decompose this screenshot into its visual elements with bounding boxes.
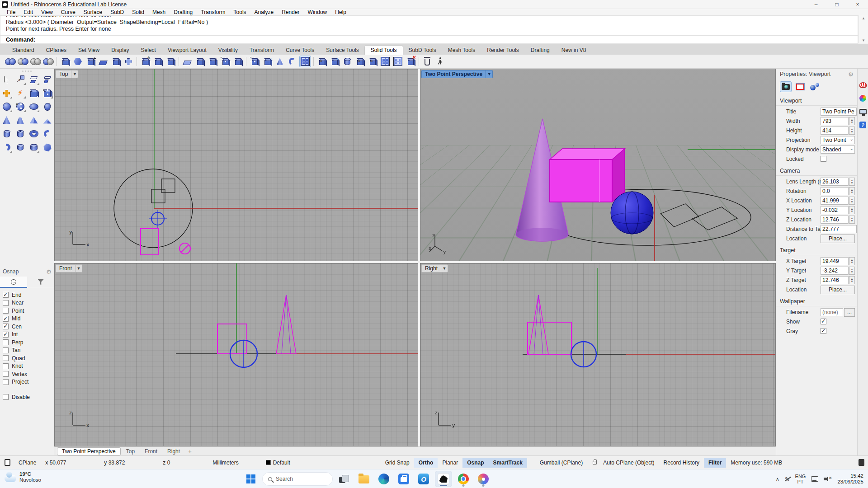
menu-mesh[interactable]: Mesh	[148, 9, 170, 15]
lens-length-field[interactable]: 26.103	[821, 178, 849, 186]
pen-disabled-icon[interactable]: ✎	[785, 476, 790, 483]
clock-widget[interactable]: 15:42 23/09/2025	[837, 473, 863, 485]
checkbox[interactable]	[3, 347, 9, 353]
checkbox[interactable]	[3, 300, 9, 306]
projection-dropdown[interactable]: Two Point	[821, 136, 855, 144]
parallelogram-curve[interactable]	[660, 204, 699, 227]
z-location-field[interactable]: 12.746	[821, 216, 849, 224]
filter-toggle[interactable]: Filter	[704, 458, 726, 468]
move-point-icon[interactable]	[14, 73, 27, 86]
x-location-field[interactable]: 41.999	[821, 197, 849, 205]
x-target-field[interactable]: 19.449	[821, 257, 849, 265]
rotation-field[interactable]: 0.0	[821, 187, 849, 195]
extract-surface-icon[interactable]: ▸	[85, 56, 96, 67]
spinner[interactable]: ▲▼	[849, 197, 855, 205]
box-points-icon[interactable]	[41, 87, 54, 99]
front-view-canvas[interactable]: zx	[55, 263, 418, 446]
square-curve[interactable]	[151, 189, 165, 203]
delete-hole-icon[interactable]: ✕	[405, 56, 416, 67]
touch-keyboard-icon[interactable]	[811, 476, 818, 482]
chrome-button[interactable]	[455, 471, 472, 487]
osnap-row-project[interactable]: Project	[3, 378, 54, 386]
distance-to-target-field[interactable]: 22.777	[821, 225, 857, 233]
spinner[interactable]: ▲▼	[849, 127, 855, 135]
square-curve[interactable]	[161, 179, 175, 192]
toolbar-tab-surface-tools[interactable]: Surface Tools	[320, 46, 365, 55]
menu-window[interactable]: Window	[304, 9, 331, 15]
box-icon[interactable]	[28, 87, 40, 99]
solid-from-surfaces-icon[interactable]	[110, 56, 122, 67]
menu-analyze[interactable]: Analyze	[250, 9, 278, 15]
solid-points-on-icon[interactable]	[249, 56, 260, 67]
menu-help[interactable]: Help	[331, 9, 350, 15]
palette-grip[interactable]	[0, 69, 54, 73]
toolbar-tab-set-view[interactable]: Set View	[72, 46, 105, 55]
right-view-canvas[interactable]: zy	[420, 263, 776, 446]
toolbar-tab-render-tools[interactable]: Render Tools	[481, 46, 525, 55]
box-3d[interactable]	[550, 149, 625, 202]
toolbar-tab-new-in-v8[interactable]: New in V8	[556, 46, 592, 55]
viewport-tab-perspective[interactable]: Two Point Perspective	[57, 447, 121, 455]
toolbar-tab-solid-tools[interactable]: Solid Tools	[365, 46, 403, 55]
checkbox[interactable]	[3, 308, 9, 314]
box-top-view[interactable]	[141, 229, 159, 255]
checkbox[interactable]	[3, 339, 9, 345]
checkbox[interactable]	[3, 292, 9, 298]
menu-subd[interactable]: SubD	[106, 9, 128, 15]
osnap-row-point[interactable]: Point	[3, 307, 54, 315]
solid-box-icon[interactable]	[152, 56, 164, 67]
cone-icon[interactable]	[0, 114, 13, 127]
trash-icon[interactable]	[421, 56, 433, 67]
checkbox[interactable]	[3, 379, 9, 385]
osnap-row-mid[interactable]: Mid	[3, 315, 54, 323]
move-hole-icon[interactable]	[434, 56, 446, 67]
cap-planar-holes-icon[interactable]	[97, 56, 109, 67]
viewport-perspective[interactable]: Two Point Perspective▼	[420, 69, 776, 261]
place-hole-icon[interactable]: F	[329, 56, 340, 67]
boolean-union-icon[interactable]	[5, 56, 16, 67]
spinner[interactable]: ▲▼	[849, 267, 855, 275]
viewport-title-tab-perspective[interactable]: Two Point Perspective▼	[421, 70, 493, 78]
sphere-points-icon[interactable]	[14, 100, 27, 113]
toolbar-tab-display[interactable]: Display	[105, 46, 135, 55]
scroll-down-icon[interactable]: ▼	[862, 38, 865, 42]
half-cylinder-icon[interactable]	[14, 141, 27, 154]
auto-cplane-toggle[interactable]: Auto CPlane (Object)	[599, 458, 659, 468]
layers-panel-icon[interactable]	[859, 109, 867, 114]
trim-icon[interactable]	[28, 73, 40, 86]
rotate-face-icon[interactable]	[287, 56, 298, 67]
minimize-button[interactable]: –	[806, 0, 826, 9]
browse-button[interactable]: ...	[844, 308, 855, 317]
microsoft-store-button[interactable]	[395, 471, 412, 487]
spinner[interactable]: ▲▼	[849, 206, 855, 214]
checkbox[interactable]	[3, 371, 9, 377]
command-history-scrollbar[interactable]: ▲▼	[859, 15, 868, 43]
move-face-icon[interactable]: →	[261, 56, 273, 67]
osnap-row-vertex[interactable]: Vertex	[3, 370, 54, 378]
title-field[interactable]: Two Point Pe	[821, 108, 857, 116]
viewport-title-tab-top[interactable]: Top▼	[56, 70, 78, 78]
help-panel-icon[interactable]: ?	[859, 122, 866, 128]
split-icon[interactable]	[41, 73, 54, 86]
sphere-top-view[interactable]	[149, 210, 167, 228]
array-hole-icon[interactable]	[379, 56, 391, 67]
display-mode-dropdown[interactable]: Shaded	[821, 145, 855, 154]
extrude-closed-curve-icon[interactable]	[59, 56, 71, 67]
osnap-tab[interactable]	[0, 277, 27, 288]
chevron-down-icon[interactable]: ▼	[486, 70, 492, 78]
cylinder-icon[interactable]	[0, 127, 13, 140]
toolbar-tab-transform[interactable]: Transform	[244, 46, 280, 55]
viewport-frame-tab[interactable]	[794, 81, 806, 92]
toolbar-tab-curve-tools[interactable]: Curve Tools	[280, 46, 320, 55]
truncated-pyramid-icon[interactable]	[41, 114, 54, 127]
revolve-hole-icon[interactable]	[367, 56, 378, 67]
slab-icon[interactable]	[181, 56, 193, 67]
pointer-icon[interactable]	[0, 73, 13, 86]
planar-toggle[interactable]: Planar	[438, 458, 462, 468]
checkbox[interactable]	[3, 363, 9, 369]
osnap-row-perp[interactable]: Perp	[3, 338, 54, 347]
cone-right-view[interactable]	[528, 295, 548, 354]
toolbar-tab-select[interactable]: Select	[135, 46, 162, 55]
status-units[interactable]: Millimeters	[208, 458, 243, 468]
extrude-along-curve-icon[interactable]: →	[232, 56, 244, 67]
